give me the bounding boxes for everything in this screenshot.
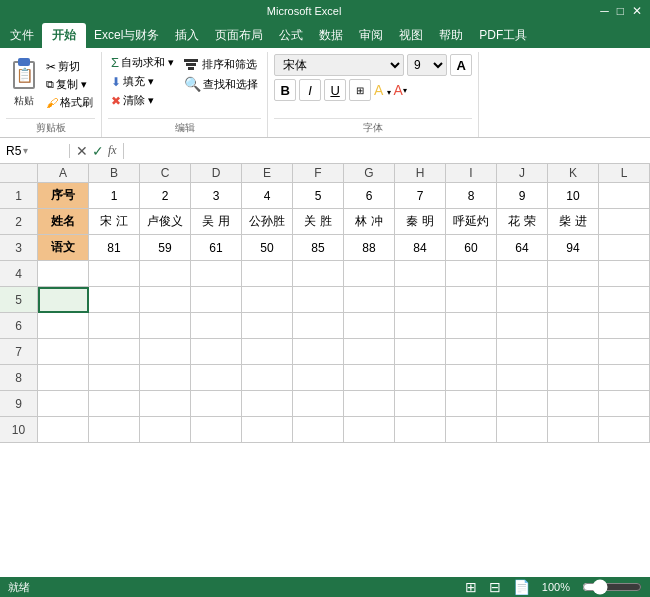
- row-header-8[interactable]: 8: [0, 365, 37, 391]
- cell-f6[interactable]: [293, 313, 344, 339]
- col-header-k[interactable]: K: [548, 164, 599, 182]
- cell-i1[interactable]: 8: [446, 183, 497, 209]
- cell-c2[interactable]: 卢俊义: [140, 209, 191, 235]
- zoom-slider[interactable]: [582, 579, 642, 595]
- cell-l8[interactable]: [599, 365, 650, 391]
- cell-k1[interactable]: 10: [548, 183, 599, 209]
- format-painter-button[interactable]: 🖌 格式刷: [44, 94, 95, 111]
- cell-c4[interactable]: [140, 261, 191, 287]
- tab-excel-finance[interactable]: Excel与财务: [86, 23, 167, 48]
- row-header-9[interactable]: 9: [0, 391, 37, 417]
- cell-l7[interactable]: [599, 339, 650, 365]
- cell-e4[interactable]: [242, 261, 293, 287]
- col-header-j[interactable]: J: [497, 164, 548, 182]
- cell-c7[interactable]: [140, 339, 191, 365]
- cell-l10[interactable]: [599, 417, 650, 443]
- cell-a10[interactable]: [38, 417, 89, 443]
- cell-ref-dropdown[interactable]: ▾: [23, 145, 28, 156]
- cell-f3[interactable]: 85: [293, 235, 344, 261]
- cell-d9[interactable]: [191, 391, 242, 417]
- row-header-7[interactable]: 7: [0, 339, 37, 365]
- cell-c1[interactable]: 2: [140, 183, 191, 209]
- col-header-c[interactable]: C: [140, 164, 191, 182]
- cell-g2[interactable]: 林 冲: [344, 209, 395, 235]
- cell-g5[interactable]: [344, 287, 395, 313]
- col-header-i[interactable]: I: [446, 164, 497, 182]
- cell-l4[interactable]: [599, 261, 650, 287]
- cell-l5[interactable]: [599, 287, 650, 313]
- cell-b6[interactable]: [89, 313, 140, 339]
- cell-b7[interactable]: [89, 339, 140, 365]
- underline-button[interactable]: U: [324, 79, 346, 101]
- tab-page-layout[interactable]: 页面布局: [207, 23, 271, 48]
- cell-c9[interactable]: [140, 391, 191, 417]
- cell-j2[interactable]: 花 荣: [497, 209, 548, 235]
- cell-d3[interactable]: 61: [191, 235, 242, 261]
- cell-b9[interactable]: [89, 391, 140, 417]
- cell-l3[interactable]: [599, 235, 650, 261]
- row-header-3[interactable]: 3: [0, 235, 37, 261]
- cell-i4[interactable]: [446, 261, 497, 287]
- cell-e2[interactable]: 公孙胜: [242, 209, 293, 235]
- cell-k2[interactable]: 柴 进: [548, 209, 599, 235]
- col-header-b[interactable]: B: [89, 164, 140, 182]
- cell-k9[interactable]: [548, 391, 599, 417]
- tab-data[interactable]: 数据: [311, 23, 351, 48]
- cell-e8[interactable]: [242, 365, 293, 391]
- cell-b8[interactable]: [89, 365, 140, 391]
- page-break-view-button[interactable]: ⊟: [489, 579, 501, 595]
- fill-color-button[interactable]: A ▾: [374, 82, 390, 98]
- cell-e10[interactable]: [242, 417, 293, 443]
- cell-i10[interactable]: [446, 417, 497, 443]
- cell-b2[interactable]: 宋 江: [89, 209, 140, 235]
- cell-l1[interactable]: [599, 183, 650, 209]
- cell-i6[interactable]: [446, 313, 497, 339]
- cell-b1[interactable]: 1: [89, 183, 140, 209]
- cell-j4[interactable]: [497, 261, 548, 287]
- cell-k3[interactable]: 94: [548, 235, 599, 261]
- cell-e1[interactable]: 4: [242, 183, 293, 209]
- cell-j7[interactable]: [497, 339, 548, 365]
- cell-c10[interactable]: [140, 417, 191, 443]
- cell-d6[interactable]: [191, 313, 242, 339]
- cell-e3[interactable]: 50: [242, 235, 293, 261]
- cut-button[interactable]: ✂ 剪切: [44, 58, 95, 75]
- cell-d10[interactable]: [191, 417, 242, 443]
- cell-a2[interactable]: 姓名: [38, 209, 89, 235]
- tab-review[interactable]: 审阅: [351, 23, 391, 48]
- italic-button[interactable]: I: [299, 79, 321, 101]
- cell-c6[interactable]: [140, 313, 191, 339]
- cell-j8[interactable]: [497, 365, 548, 391]
- cell-g8[interactable]: [344, 365, 395, 391]
- cell-c5[interactable]: [140, 287, 191, 313]
- cell-d7[interactable]: [191, 339, 242, 365]
- cell-h9[interactable]: [395, 391, 446, 417]
- col-header-f[interactable]: F: [293, 164, 344, 182]
- cell-f1[interactable]: 5: [293, 183, 344, 209]
- cell-a6[interactable]: [38, 313, 89, 339]
- cell-h7[interactable]: [395, 339, 446, 365]
- autosum-button[interactable]: Σ 自动求和 ▾: [108, 54, 177, 71]
- cell-j1[interactable]: 9: [497, 183, 548, 209]
- font-size-select[interactable]: 9: [407, 54, 447, 76]
- cell-k7[interactable]: [548, 339, 599, 365]
- close-btn[interactable]: ✕: [632, 4, 642, 18]
- cell-e6[interactable]: [242, 313, 293, 339]
- cell-a1[interactable]: 序号: [38, 183, 89, 209]
- border-button[interactable]: ⊞: [349, 79, 371, 101]
- cell-a4[interactable]: [38, 261, 89, 287]
- tab-pdf[interactable]: PDF工具: [471, 23, 535, 48]
- cell-c3[interactable]: 59: [140, 235, 191, 261]
- cell-e7[interactable]: [242, 339, 293, 365]
- cell-k5[interactable]: [548, 287, 599, 313]
- bold-button[interactable]: B: [274, 79, 296, 101]
- font-color-button[interactable]: A ▾: [394, 82, 407, 98]
- row-header-1[interactable]: 1: [0, 183, 37, 209]
- cell-g4[interactable]: [344, 261, 395, 287]
- cell-a5[interactable]: [38, 287, 89, 313]
- formula-confirm-btn[interactable]: ✓: [92, 143, 104, 159]
- cell-j6[interactable]: [497, 313, 548, 339]
- col-header-e[interactable]: E: [242, 164, 293, 182]
- cell-j10[interactable]: [497, 417, 548, 443]
- cell-b5[interactable]: [89, 287, 140, 313]
